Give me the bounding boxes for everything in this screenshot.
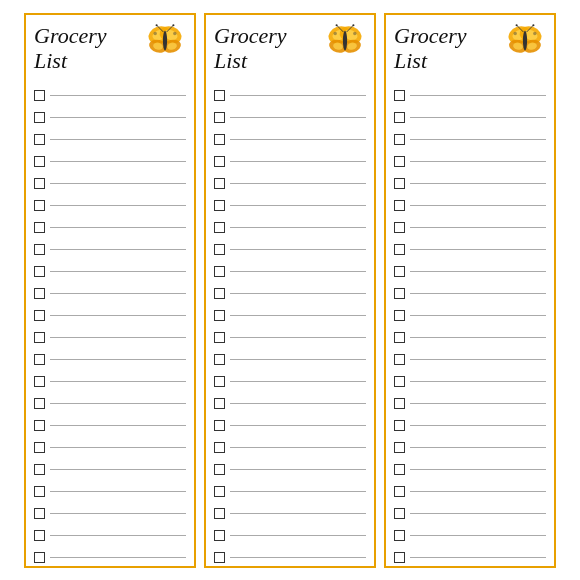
checkbox[interactable] <box>214 376 225 387</box>
checkbox[interactable] <box>394 442 405 453</box>
checkbox[interactable] <box>214 552 225 563</box>
checkbox[interactable] <box>34 222 45 233</box>
checkbox[interactable] <box>34 552 45 563</box>
checkbox[interactable] <box>214 178 225 189</box>
checkbox[interactable] <box>394 178 405 189</box>
item-line <box>410 513 546 514</box>
list-item <box>34 393 186 415</box>
checkbox[interactable] <box>214 244 225 255</box>
checkbox[interactable] <box>34 200 45 211</box>
checkbox[interactable] <box>394 332 405 343</box>
checkbox[interactable] <box>214 222 225 233</box>
checkbox[interactable] <box>214 398 225 409</box>
checkbox[interactable] <box>394 464 405 475</box>
checkbox[interactable] <box>34 156 45 167</box>
item-line <box>50 535 186 536</box>
checkbox[interactable] <box>394 134 405 145</box>
checkbox[interactable] <box>34 530 45 541</box>
checkbox[interactable] <box>394 266 405 277</box>
item-line <box>50 491 186 492</box>
checkbox[interactable] <box>214 486 225 497</box>
checkbox[interactable] <box>34 112 45 123</box>
item-line <box>50 293 186 294</box>
item-line <box>230 271 366 272</box>
checkbox[interactable] <box>34 244 45 255</box>
checkbox[interactable] <box>34 90 45 101</box>
list-item <box>214 371 366 393</box>
checkbox[interactable] <box>214 288 225 299</box>
list-item <box>394 239 546 261</box>
checkbox[interactable] <box>34 354 45 365</box>
checkbox[interactable] <box>394 376 405 387</box>
checkbox[interactable] <box>34 464 45 475</box>
checkbox[interactable] <box>214 310 225 321</box>
checkbox[interactable] <box>394 398 405 409</box>
checkbox[interactable] <box>394 552 405 563</box>
checkbox[interactable] <box>394 222 405 233</box>
checkbox[interactable] <box>214 266 225 277</box>
list-card-1: GroceryList <box>24 13 196 568</box>
item-line <box>230 513 366 514</box>
checkbox[interactable] <box>34 398 45 409</box>
svg-point-42 <box>532 24 534 26</box>
checkbox[interactable] <box>214 200 225 211</box>
checkbox[interactable] <box>214 90 225 101</box>
checkbox[interactable] <box>394 112 405 123</box>
card-header: GroceryList <box>394 21 546 81</box>
list-item <box>34 129 186 151</box>
checkbox[interactable] <box>34 420 45 431</box>
checkbox[interactable] <box>34 486 45 497</box>
list-item <box>34 349 186 371</box>
checkbox[interactable] <box>214 156 225 167</box>
checkbox[interactable] <box>394 508 405 519</box>
checkbox[interactable] <box>394 486 405 497</box>
list-item <box>214 283 366 305</box>
item-line <box>410 271 546 272</box>
checkbox[interactable] <box>34 442 45 453</box>
svg-point-44 <box>533 31 537 34</box>
item-line <box>50 205 186 206</box>
list-item <box>394 305 546 327</box>
svg-point-25 <box>336 24 338 26</box>
checkbox[interactable] <box>214 332 225 343</box>
checkbox[interactable] <box>394 90 405 101</box>
item-line <box>230 315 366 316</box>
checkbox[interactable] <box>34 178 45 189</box>
checkbox[interactable] <box>34 310 45 321</box>
svg-point-13 <box>153 31 157 34</box>
checkbox[interactable] <box>34 288 45 299</box>
checkbox[interactable] <box>214 508 225 519</box>
list-card-2: GroceryList <box>204 13 376 568</box>
checkbox[interactable] <box>214 112 225 123</box>
checkbox[interactable] <box>394 420 405 431</box>
list-item <box>394 525 546 547</box>
checkbox[interactable] <box>214 354 225 365</box>
checkbox[interactable] <box>34 332 45 343</box>
checkbox[interactable] <box>214 442 225 453</box>
checkbox[interactable] <box>34 376 45 387</box>
checkbox[interactable] <box>394 200 405 211</box>
checkbox[interactable] <box>34 266 45 277</box>
checkbox[interactable] <box>214 134 225 145</box>
checkbox[interactable] <box>214 420 225 431</box>
checkbox[interactable] <box>394 530 405 541</box>
list-item <box>394 349 546 371</box>
item-line <box>230 381 366 382</box>
checkbox[interactable] <box>394 156 405 167</box>
checkbox[interactable] <box>214 530 225 541</box>
item-line <box>50 403 186 404</box>
checkbox[interactable] <box>394 310 405 321</box>
checkbox[interactable] <box>34 134 45 145</box>
item-line <box>230 469 366 470</box>
checkbox[interactable] <box>394 354 405 365</box>
svg-point-23 <box>343 30 347 50</box>
item-line <box>410 447 546 448</box>
item-line <box>230 491 366 492</box>
list-item <box>34 239 186 261</box>
checkbox[interactable] <box>394 288 405 299</box>
butterfly-icon <box>144 21 186 63</box>
checkbox[interactable] <box>214 464 225 475</box>
checkbox[interactable] <box>34 508 45 519</box>
checkbox[interactable] <box>394 244 405 255</box>
item-line <box>50 95 186 96</box>
